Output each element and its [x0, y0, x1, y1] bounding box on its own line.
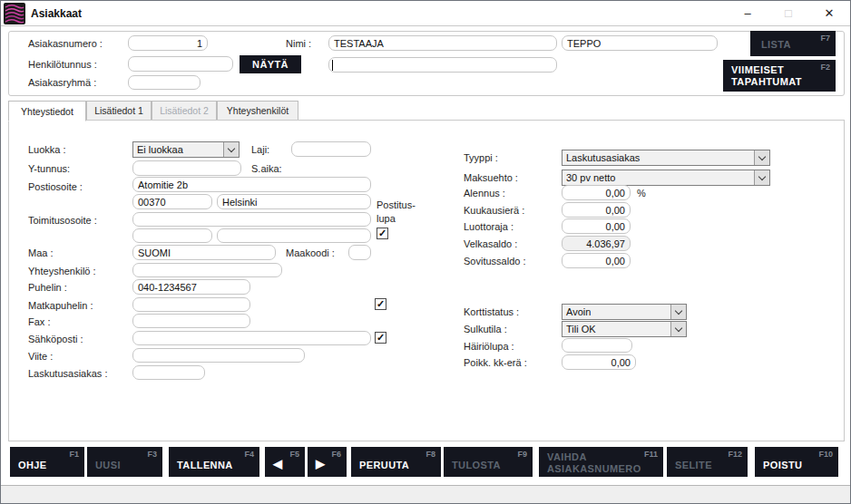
laji-label: Laji:	[251, 144, 269, 155]
laji-field[interactable]	[291, 141, 371, 157]
asiakasryhma-field[interactable]	[128, 75, 201, 90]
postituslupa-label-1: Postitus-	[377, 199, 416, 210]
tallenna-button[interactable]: F4 TALLENNA	[169, 447, 259, 477]
prev-icon: ◀	[273, 457, 282, 470]
asiakasryhma-label: Asiakasryhmä :	[28, 77, 96, 88]
chevron-down-icon	[754, 150, 769, 165]
postiosoite-field[interactable]	[132, 177, 371, 192]
nimi-field[interactable]	[328, 35, 557, 51]
postiosoite-label: Postiosoite :	[28, 181, 83, 192]
matkapuhelin-field[interactable]	[132, 297, 250, 312]
puhelin-field[interactable]	[132, 279, 250, 295]
fax-label: Fax :	[28, 316, 50, 327]
tyyppi-select[interactable]: Laskutusasiakas	[562, 150, 770, 166]
selite-button[interactable]: F12 SELITE	[667, 447, 748, 477]
postituslupa-label-2: lupa	[377, 213, 396, 224]
window-title: Asiakkaat	[31, 7, 82, 20]
yhteyshenkilo-field[interactable]	[132, 263, 282, 277]
maksuehto-select[interactable]: 30 pv netto	[562, 170, 770, 186]
matkapuhelin-label: Matkapuhelin :	[28, 300, 93, 311]
korttistatus-select[interactable]: Avoin	[562, 304, 687, 320]
tab-lisatiedot-2: Lisätiedot 2	[152, 101, 217, 121]
maakoodi-label: Maakoodi :	[286, 247, 335, 258]
peruuta-button[interactable]: F8 PERUUTA	[351, 447, 441, 477]
hairiolupa-field[interactable]	[562, 338, 632, 353]
chevron-down-icon	[670, 322, 686, 336]
luottoraja-label: Luottoraja :	[464, 221, 514, 232]
vaihda-asiakasnumero-button[interactable]: F11 VAIHDA ASIAKASNUMERO	[539, 447, 663, 477]
toimitus-postinumero-field[interactable]	[132, 228, 212, 243]
alennus-label: Alennus :	[464, 188, 505, 199]
nimi-label: Nimi :	[286, 38, 311, 49]
maximize-icon: □	[771, 1, 806, 25]
tab-lisatiedot-1[interactable]: Lisätiedot 1	[86, 101, 152, 121]
poikk-kkera-label: Poikk. kk-erä :	[464, 357, 527, 368]
kuukausiera-field[interactable]	[562, 202, 631, 218]
tab-yhteystiedot[interactable]: Yhteystiedot	[8, 101, 86, 121]
sovitussaldo-label: Sovitussaldo :	[464, 256, 525, 267]
text-cursor	[332, 60, 333, 71]
sulkutila-select[interactable]: Tili OK	[562, 321, 687, 337]
tyyppi-label: Tyyppi :	[464, 152, 498, 163]
chevron-down-icon	[223, 142, 239, 157]
luokka-select[interactable]: Ei luokkaa	[132, 141, 240, 158]
prev-button[interactable]: F5 ◀	[265, 447, 305, 477]
nayta-button[interactable]: NÄYTÄ	[240, 55, 301, 73]
name-search-field[interactable]	[328, 57, 557, 73]
sahkoposti-field[interactable]	[132, 331, 371, 345]
maksuehto-label: Maksuehto :	[464, 172, 518, 183]
next-icon: ▶	[316, 457, 325, 470]
ohje-button[interactable]: F1 OHJE	[10, 447, 84, 477]
postituslupa-checkbox[interactable]: ✓	[377, 228, 388, 239]
poikk-kkera-field[interactable]	[562, 354, 636, 370]
henkilotunnus-field[interactable]	[128, 56, 233, 72]
velkasaldo-field	[562, 236, 631, 251]
fax-field[interactable]	[132, 314, 250, 328]
maakoodi-field[interactable]	[348, 245, 371, 260]
matkapuhelin-checkbox[interactable]: ✓	[375, 298, 386, 310]
viite-field[interactable]	[132, 348, 305, 363]
lista-button[interactable]: F7 LISTA	[750, 31, 836, 56]
ytunnus-field[interactable]	[132, 160, 241, 176]
viite-label: Viite :	[28, 351, 53, 362]
tulosta-button[interactable]: F9 TULOSTA	[444, 447, 533, 477]
luottoraja-field[interactable]	[562, 218, 631, 234]
status-bar	[1, 485, 850, 504]
tab-yhteyshenkilot[interactable]: Yhteyshenkilöt	[217, 101, 298, 121]
korttistatus-label: Korttistatus :	[464, 306, 519, 317]
app-window: Asiakkaat – □ ✕ Asiakasnumero : Nimi : H…	[0, 0, 851, 504]
chevron-down-icon	[670, 305, 686, 319]
postinumero-field[interactable]	[132, 194, 212, 209]
chevron-down-icon	[754, 170, 769, 185]
next-button[interactable]: F6 ▶	[308, 447, 347, 477]
toimitusosoite-label: Toimitusosoite :	[28, 215, 97, 226]
alennus-field[interactable]	[562, 185, 631, 200]
nimi2-field[interactable]	[562, 35, 718, 51]
asiakasnumero-field[interactable]	[128, 35, 208, 51]
maa-label: Maa :	[28, 247, 54, 258]
saika-label: S.aika:	[251, 163, 282, 174]
kuukausiera-label: Kuukausierä :	[464, 205, 524, 216]
maa-field[interactable]	[132, 245, 276, 260]
laskutusasiakas-field[interactable]	[132, 365, 205, 380]
luokka-label: Luokka :	[28, 144, 66, 155]
viimeiset-tapahtumat-button[interactable]: F2 VIIMEISET TAPAHTUMAT	[723, 60, 836, 92]
postitoimipaikka-field[interactable]	[217, 194, 371, 209]
velkasaldo-label: Velkasaldo :	[464, 238, 517, 249]
henkilotunnus-label: Henkilötunnus :	[28, 59, 97, 70]
app-icon	[4, 3, 25, 24]
alennus-suffix: %	[637, 188, 646, 199]
minimize-icon[interactable]: –	[730, 1, 765, 25]
yhteyshenkilo-label: Yhteyshenkilö :	[28, 266, 96, 276]
sahkoposti-checkbox[interactable]: ✓	[375, 332, 386, 344]
toimitus-postitoimipaikka-field[interactable]	[217, 228, 371, 243]
ytunnus-label: Y-tunnus:	[28, 163, 70, 174]
laskutusasiakas-label: Laskutusasiakas :	[28, 368, 107, 379]
sulkutila-label: Sulkutila :	[464, 324, 507, 334]
asiakasnumero-label: Asiakasnumero :	[28, 38, 103, 49]
uusi-button[interactable]: F3 UUSI	[87, 447, 162, 477]
poistu-button[interactable]: F10 POISTU	[755, 447, 838, 477]
close-icon[interactable]: ✕	[812, 1, 846, 25]
toimitusosoite-field[interactable]	[132, 212, 371, 227]
sovitussaldo-field[interactable]	[562, 253, 631, 268]
